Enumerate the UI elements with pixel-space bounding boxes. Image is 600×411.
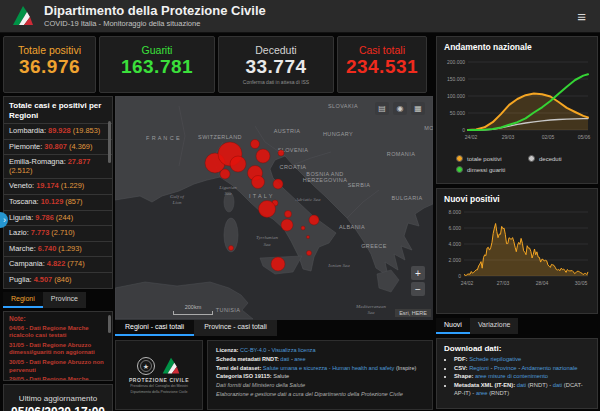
region-name: Marche: <box>9 244 38 253</box>
text-segment: Dati forniti dal Ministero della Salute <box>216 382 305 388</box>
region-row[interactable]: Liguria: 9.786 (244) <box>4 210 112 226</box>
tab-province[interactable]: Province <box>43 292 86 308</box>
map-bubble[interactable] <box>271 257 285 271</box>
map-bubble[interactable] <box>307 251 312 256</box>
region-row[interactable]: Puglia: 4.507 (846) <box>4 272 112 288</box>
text-segment: (RNDT) - <box>526 382 553 388</box>
text-segment: Shape: <box>454 373 475 379</box>
region-row[interactable]: Marche: 6.740 (1.293) <box>4 241 112 257</box>
region-list-scrollbar[interactable] <box>108 121 111 163</box>
link[interactable]: Andamento nazionale <box>521 365 577 371</box>
stat-value: 33.774 <box>219 56 333 78</box>
text-segment: (Inspire) <box>394 365 416 371</box>
notes-title: Note: <box>9 315 105 322</box>
logo-title: PROTEZIONE CIVILE <box>129 377 189 383</box>
map-bubble[interactable] <box>273 179 283 189</box>
map-bubble[interactable] <box>307 236 310 239</box>
link[interactable]: Province <box>494 365 517 371</box>
download-title: Download dati: <box>444 344 590 353</box>
link[interactable]: dati <box>553 382 562 388</box>
hamburger-menu-icon[interactable]: ≡ <box>573 7 590 26</box>
region-total: 10.129 <box>41 197 64 206</box>
map-bubble[interactable] <box>220 169 230 179</box>
stat-value: 36.976 <box>4 56 95 78</box>
notes-scrollbar[interactable] <box>108 315 111 333</box>
region-positives: (1.293) <box>56 244 81 253</box>
link[interactable]: CC-BY-4.0 <box>240 347 267 353</box>
sea-label: Sea <box>263 242 271 247</box>
tab-variazione[interactable]: Variazione <box>470 318 519 334</box>
map-bubble[interactable] <box>281 219 293 231</box>
zoom-out-button[interactable]: − <box>411 282 425 296</box>
region-row[interactable]: Toscana: 10.129 (857) <box>4 194 112 210</box>
legend-item[interactable]: totale positivi <box>456 155 528 162</box>
sea-label: Sea <box>367 310 375 315</box>
map-bubble[interactable] <box>309 215 319 225</box>
stat-value: 163.781 <box>100 56 214 78</box>
legend-item[interactable]: deceduti <box>528 155 582 162</box>
app-header: Dipartimento della Protezione Civile COV… <box>0 0 600 33</box>
map-canvas[interactable]: F R A N C ESWITZERLANDAUSTRIAHUNGARYSLOV… <box>115 96 433 320</box>
tab-regioni-casi-totali[interactable]: Regioni - casi totali <box>115 320 194 336</box>
dpc-logo-box: ★ PROTEZIONE CIVILE Presidenza del Consi… <box>115 340 203 410</box>
sea-label: Sea <box>224 191 232 196</box>
tab-nuovi[interactable]: Nuovi <box>436 318 470 334</box>
sea-label: Ligurian <box>218 185 237 190</box>
license-line: Dati forniti dal Ministero della Salute <box>216 381 424 390</box>
map-bubble[interactable] <box>229 246 234 251</box>
region-name: Piemonte: <box>9 142 44 151</box>
license-line: Temi del dataset: Salute umana e sicurez… <box>216 364 424 373</box>
region-name: Toscana: <box>9 197 41 206</box>
stat-card-casi-totali: Casi totali 234.531 <box>337 36 427 93</box>
map-bubble[interactable] <box>259 201 276 218</box>
tab-province-casi-totali[interactable]: Province - casi totali <box>194 320 277 336</box>
country-label: I T A L Y <box>249 193 273 199</box>
grid-icon[interactable]: ▦ <box>411 102 425 115</box>
region-row[interactable]: Lazio: 7.773 (2.710) <box>4 225 112 241</box>
andamento-chart: 050.000100.000150.000200.00024/0229/0302… <box>444 54 592 148</box>
y-tick-label: 150.000 <box>447 76 465 82</box>
link[interactable]: aree misure di contenimento <box>475 373 548 379</box>
basemap-globe-icon[interactable]: ◉ <box>393 102 407 115</box>
nuovi-title: Nuovi positivi <box>444 194 590 204</box>
map-bubble[interactable] <box>251 140 260 149</box>
region-row[interactable]: Veneto: 19.174 (1.229) <box>4 178 112 194</box>
region-row[interactable]: Emilia-Romagna: 27.877 (2.512) <box>4 154 112 178</box>
map-scale-label: 200km <box>185 304 202 310</box>
text-segment: Licenza: <box>216 347 240 353</box>
link[interactable]: aree <box>476 390 488 396</box>
left-sidebar: Totale casi e positivi per Regioni Lomba… <box>3 96 113 409</box>
legend-item[interactable]: dimessi guariti <box>456 166 528 173</box>
map-bubble[interactable] <box>278 150 284 156</box>
link[interactable]: aree <box>294 356 305 362</box>
link[interactable]: Schede riepilogative <box>469 356 521 362</box>
stat-note: Conferma dati in attesa di ISS <box>219 79 333 85</box>
legend-label: deceduti <box>539 156 562 162</box>
map-footer: ★ PROTEZIONE CIVILE Presidenza del Consi… <box>115 340 433 410</box>
zoom-in-button[interactable]: + <box>411 266 425 280</box>
region-row[interactable]: Piemonte: 30.807 (4.369) <box>4 139 112 155</box>
license-lines: Licenza: CC-BY-4.0 - Visualizza licenzaS… <box>216 346 424 399</box>
stat-label: Guariti <box>100 44 214 56</box>
map-bubble[interactable] <box>252 176 265 189</box>
link[interactable]: Regioni <box>469 365 489 371</box>
link[interactable]: Visualizza licenza <box>271 347 315 353</box>
legend-label: totale positivi <box>467 156 502 162</box>
region-row[interactable]: Campania: 4.822 (774) <box>4 256 112 272</box>
link[interactable]: dati <box>517 382 526 388</box>
map-bubble[interactable] <box>230 156 246 172</box>
map-bubble[interactable] <box>256 149 270 163</box>
country-label: MO <box>424 125 433 131</box>
country-label: TUNISIA <box>216 307 241 313</box>
protezione-civile-logo-icon <box>10 4 36 28</box>
legend-icon[interactable]: ▤ <box>375 102 389 115</box>
map-bubble[interactable] <box>285 211 292 218</box>
tab-regioni[interactable]: Regioni <box>3 292 43 308</box>
license-line: Elaborazione e gestione dati a cura del … <box>216 390 424 399</box>
region-positives: (2.710) <box>49 228 74 237</box>
map-bubble[interactable] <box>301 226 305 230</box>
region-row[interactable]: Lombardia: 89.928 (19.853) <box>4 123 112 139</box>
link[interactable]: Salute umana e sicurezza - Human health … <box>263 365 395 371</box>
license-line: Categoria ISO 19115: Salute <box>216 372 424 381</box>
last-update-panel: Ultimo aggiornamento 05/06/2020 17:00 <box>3 384 113 411</box>
